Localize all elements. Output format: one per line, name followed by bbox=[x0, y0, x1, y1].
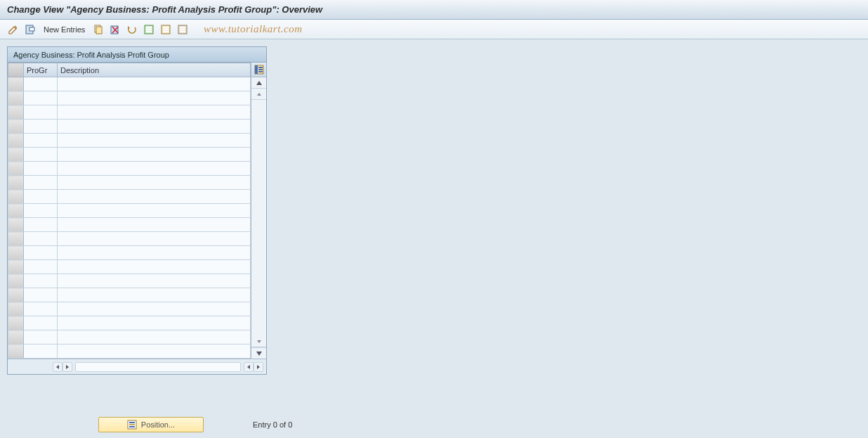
cell-description[interactable] bbox=[58, 148, 251, 162]
row-selector[interactable] bbox=[8, 232, 24, 246]
row-selector[interactable] bbox=[8, 316, 24, 330]
table-row[interactable] bbox=[8, 162, 251, 176]
cell-progr[interactable] bbox=[24, 176, 58, 190]
cell-description[interactable] bbox=[58, 162, 251, 176]
table-row[interactable] bbox=[8, 232, 251, 246]
cell-progr[interactable] bbox=[24, 120, 58, 134]
cell-progr[interactable] bbox=[24, 302, 58, 316]
row-selector[interactable] bbox=[8, 148, 24, 162]
cell-description[interactable] bbox=[58, 288, 251, 302]
table-row[interactable] bbox=[8, 176, 251, 190]
change-icon[interactable] bbox=[7, 23, 20, 36]
table-row[interactable] bbox=[8, 330, 251, 344]
row-selector[interactable] bbox=[8, 77, 24, 91]
scroll-track[interactable] bbox=[251, 100, 266, 336]
row-selector[interactable] bbox=[8, 344, 24, 359]
table-row[interactable] bbox=[8, 260, 251, 274]
cell-progr[interactable] bbox=[24, 204, 58, 218]
copy-icon[interactable] bbox=[92, 23, 105, 36]
row-selector[interactable] bbox=[8, 162, 24, 176]
row-selector[interactable] bbox=[8, 204, 24, 218]
scroll-page-down-icon[interactable] bbox=[251, 336, 266, 347]
cell-progr[interactable] bbox=[24, 288, 58, 302]
cell-description[interactable] bbox=[58, 204, 251, 218]
cell-progr[interactable] bbox=[24, 105, 58, 120]
cell-progr[interactable] bbox=[24, 162, 58, 176]
row-selector[interactable] bbox=[8, 288, 24, 302]
new-entries-button[interactable]: New Entries bbox=[41, 22, 88, 37]
table-row[interactable] bbox=[8, 190, 251, 204]
cell-description[interactable] bbox=[58, 260, 251, 274]
cell-progr[interactable] bbox=[24, 77, 58, 91]
table-row[interactable] bbox=[8, 134, 251, 148]
row-selector[interactable] bbox=[8, 274, 24, 288]
row-selector[interactable] bbox=[8, 190, 24, 204]
select-block-icon[interactable] bbox=[159, 23, 172, 36]
scroll-left-icon[interactable] bbox=[53, 362, 63, 372]
cell-description[interactable] bbox=[58, 190, 251, 204]
table-row[interactable] bbox=[8, 148, 251, 162]
table-row[interactable] bbox=[8, 77, 251, 91]
deselect-all-icon[interactable] bbox=[176, 23, 189, 36]
row-selector[interactable] bbox=[8, 176, 24, 190]
scroll-step-left-icon[interactable] bbox=[244, 362, 254, 372]
table-row[interactable] bbox=[8, 120, 251, 134]
cell-progr[interactable] bbox=[24, 232, 58, 246]
cell-description[interactable] bbox=[58, 218, 251, 232]
cell-description[interactable] bbox=[58, 344, 251, 359]
row-selector[interactable] bbox=[8, 120, 24, 134]
select-all-icon[interactable] bbox=[143, 23, 155, 36]
cell-description[interactable] bbox=[58, 176, 251, 190]
cell-description[interactable] bbox=[58, 105, 251, 120]
table-row[interactable] bbox=[8, 218, 251, 232]
cell-description[interactable] bbox=[58, 232, 251, 246]
cell-description[interactable] bbox=[58, 246, 251, 260]
table-row[interactable] bbox=[8, 288, 251, 302]
cell-progr[interactable] bbox=[24, 190, 58, 204]
cell-progr[interactable] bbox=[24, 148, 58, 162]
row-selector[interactable] bbox=[8, 218, 24, 232]
configure-columns-icon[interactable] bbox=[251, 63, 266, 77]
table-row[interactable] bbox=[8, 246, 251, 260]
horizontal-scrollbar[interactable] bbox=[8, 359, 266, 374]
table-row[interactable] bbox=[8, 91, 251, 105]
undo-icon[interactable] bbox=[126, 23, 138, 36]
row-selector[interactable] bbox=[8, 134, 24, 148]
cell-progr[interactable] bbox=[24, 246, 58, 260]
column-description[interactable]: Description bbox=[58, 63, 251, 77]
position-button[interactable]: Position... bbox=[98, 417, 204, 432]
table-row[interactable] bbox=[8, 344, 251, 359]
table-row[interactable] bbox=[8, 274, 251, 288]
delete-icon[interactable] bbox=[109, 23, 121, 36]
cell-description[interactable] bbox=[58, 302, 251, 316]
cell-progr[interactable] bbox=[24, 260, 58, 274]
table-row[interactable] bbox=[8, 316, 251, 330]
cell-description[interactable] bbox=[58, 91, 251, 105]
row-selector[interactable] bbox=[8, 260, 24, 274]
cell-progr[interactable] bbox=[24, 330, 58, 344]
table-row[interactable] bbox=[8, 204, 251, 218]
row-selector[interactable] bbox=[8, 91, 24, 105]
cell-progr[interactable] bbox=[24, 218, 58, 232]
vertical-scrollbar[interactable] bbox=[251, 63, 266, 359]
row-selector-header[interactable] bbox=[8, 63, 24, 77]
detail-icon[interactable] bbox=[24, 23, 37, 36]
hscroll-track[interactable] bbox=[75, 362, 241, 372]
scroll-page-up-icon[interactable] bbox=[251, 89, 266, 100]
column-progr[interactable]: ProGr bbox=[24, 63, 58, 77]
scroll-step-right-icon[interactable] bbox=[63, 362, 72, 372]
cell-description[interactable] bbox=[58, 274, 251, 288]
cell-description[interactable] bbox=[58, 134, 251, 148]
row-selector[interactable] bbox=[8, 330, 24, 344]
cell-description[interactable] bbox=[58, 77, 251, 91]
cell-progr[interactable] bbox=[24, 316, 58, 330]
cell-progr[interactable] bbox=[24, 134, 58, 148]
cell-progr[interactable] bbox=[24, 344, 58, 359]
row-selector[interactable] bbox=[8, 105, 24, 120]
cell-progr[interactable] bbox=[24, 274, 58, 288]
cell-progr[interactable] bbox=[24, 91, 58, 105]
cell-description[interactable] bbox=[58, 120, 251, 134]
scroll-down-icon[interactable] bbox=[251, 347, 266, 359]
scroll-right-icon[interactable] bbox=[254, 362, 263, 372]
row-selector[interactable] bbox=[8, 246, 24, 260]
